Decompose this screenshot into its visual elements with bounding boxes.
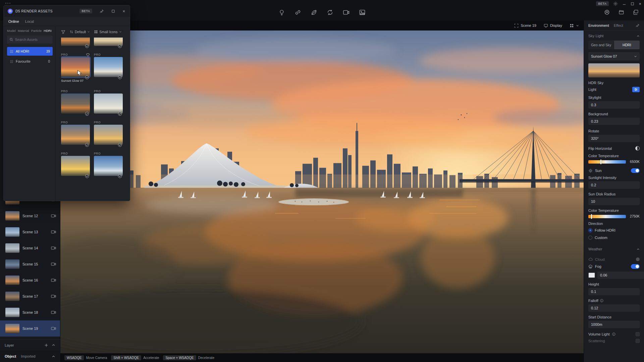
check-circle-icon[interactable] <box>85 174 89 178</box>
panel-pin-icon[interactable] <box>636 23 640 27</box>
flip-horizontal-icon[interactable] <box>635 146 640 150</box>
hdri-thumbnail[interactable] <box>61 57 90 77</box>
hdri-thumbnail[interactable] <box>94 156 123 176</box>
clapperboard-icon[interactable] <box>619 9 624 15</box>
current-scene-indicator[interactable]: Scene 19 <box>514 23 536 28</box>
check-circle-icon[interactable] <box>85 44 89 48</box>
collection-item[interactable]: All HDRI 39 <box>7 47 53 56</box>
hdri-thumbnail[interactable] <box>61 94 90 114</box>
tab-object[interactable]: Object <box>5 354 16 358</box>
hdri-asset-card[interactable]: PRO <box>61 151 90 176</box>
check-circle-icon[interactable] <box>85 112 89 116</box>
hdri-thumbnail[interactable] <box>94 57 123 77</box>
scene-camera-icon[interactable] <box>51 214 56 218</box>
pin-icon[interactable] <box>100 9 104 13</box>
scene-camera-icon[interactable] <box>51 278 56 282</box>
sun-color-temperature-slider[interactable] <box>588 215 626 218</box>
scene-item[interactable]: Scene 13 <box>0 224 60 240</box>
scene-item[interactable]: Scene 19 <box>0 320 60 337</box>
cloud-toggle[interactable] <box>636 257 640 261</box>
hdri-asset-card[interactable]: PRO <box>61 88 90 114</box>
hdri-asset-card[interactable]: PRO <box>61 120 90 145</box>
mode-geo-and-sky[interactable]: Geo and Sky <box>588 41 614 49</box>
slider-handle[interactable] <box>600 160 601 164</box>
skylight-input[interactable] <box>588 101 640 109</box>
tab-online[interactable]: Online <box>8 19 19 23</box>
hdri-thumbnail[interactable] <box>61 156 90 176</box>
scene-camera-icon[interactable] <box>51 294 56 298</box>
hdri-thumbnail[interactable] <box>61 125 90 145</box>
light-settings-button[interactable] <box>632 87 640 92</box>
app-menu-icon[interactable] <box>5 3 10 4</box>
fog-toggle[interactable] <box>631 264 640 269</box>
scene-item[interactable]: Scene 18 <box>0 304 60 320</box>
tab-effect[interactable]: Effect <box>614 23 623 27</box>
maximize-icon[interactable] <box>631 2 634 6</box>
radio-custom[interactable] <box>588 236 592 240</box>
direction-follow-hdri-option[interactable]: Follow HDRI <box>588 228 640 232</box>
category-tab[interactable]: HDRI <box>44 29 51 33</box>
check-circle-icon[interactable] <box>118 174 122 178</box>
scene-item[interactable]: Scene 16 <box>0 272 60 288</box>
hdri-asset-card[interactable]: PRO <box>61 38 90 46</box>
check-circle-icon[interactable] <box>85 75 89 79</box>
hdri-preview-image[interactable] <box>588 63 640 77</box>
settings-gear-icon[interactable] <box>613 1 618 6</box>
sunlight-intensity-input[interactable] <box>588 181 640 189</box>
hdri-preset-dropdown[interactable]: Sunset Glow 07 <box>588 52 640 61</box>
asset-grid-scroll[interactable]: PRO <box>61 38 127 201</box>
sun-toggle[interactable] <box>631 168 640 173</box>
mode-hdri[interactable]: HDRI <box>614 41 640 49</box>
scene-camera-icon[interactable] <box>51 262 56 266</box>
view-size-dropdown[interactable]: Small Icons <box>94 30 121 34</box>
aperture-icon[interactable] <box>604 9 610 15</box>
favourite-heart-icon[interactable] <box>86 53 90 57</box>
check-circle-icon[interactable] <box>118 75 122 79</box>
close-icon[interactable]: × <box>639 2 641 6</box>
check-circle-icon[interactable] <box>85 143 89 147</box>
hdri-asset-card[interactable]: PRO <box>94 151 123 176</box>
scattering-swatch[interactable] <box>636 339 640 343</box>
asset-search[interactable] <box>7 36 53 44</box>
image-stack-icon[interactable] <box>633 9 639 15</box>
color-temperature-slider[interactable] <box>588 160 626 164</box>
vegetation-tool-icon[interactable] <box>310 9 318 16</box>
falloff-input[interactable] <box>588 304 640 312</box>
section-weather[interactable]: Weather <box>588 247 640 251</box>
render-video-tool-icon[interactable] <box>342 9 350 16</box>
category-tab[interactable]: Material <box>18 29 29 33</box>
viewport-render[interactable] <box>60 31 584 353</box>
scene-camera-icon[interactable] <box>51 230 56 234</box>
assets-window-titlebar[interactable]: D D5 RENDER ASSETS BETA × <box>4 5 130 17</box>
fog-color-swatch[interactable] <box>588 273 595 278</box>
background-input[interactable] <box>588 118 640 125</box>
collection-item[interactable]: Favourite 0 <box>7 57 53 66</box>
check-circle-icon[interactable] <box>118 143 122 147</box>
fog-intensity-input[interactable] <box>597 272 644 279</box>
start-distance-input[interactable] <box>588 321 640 328</box>
scene-item[interactable]: Scene 15 <box>0 256 60 272</box>
tab-environment[interactable]: Environment <box>588 23 609 27</box>
category-tab[interactable]: Model <box>7 29 16 33</box>
category-tab[interactable]: Particle <box>31 29 42 33</box>
hdri-asset-card[interactable]: PRO <box>94 38 123 46</box>
maximize-window-icon[interactable] <box>111 9 115 13</box>
view-mode-control[interactable] <box>570 23 579 28</box>
rotate-input[interactable] <box>588 135 640 142</box>
check-circle-icon[interactable] <box>118 112 122 116</box>
layer-collapse-icon[interactable] <box>52 343 55 347</box>
hdri-asset-card[interactable]: PRO <box>94 88 123 114</box>
add-layer-icon[interactable] <box>44 343 48 347</box>
scene-camera-icon[interactable] <box>51 310 56 314</box>
render-image-tool-icon[interactable] <box>359 9 366 16</box>
hdri-asset-card[interactable]: PRO <box>94 52 123 82</box>
scene-item[interactable]: Scene 17 <box>0 288 60 304</box>
height-input[interactable] <box>588 288 640 295</box>
slider-handle[interactable] <box>591 214 592 219</box>
sync-tool-icon[interactable] <box>326 9 334 16</box>
minimize-icon[interactable] <box>622 2 626 6</box>
display-control[interactable]: Display <box>544 23 562 28</box>
scene-camera-icon[interactable] <box>51 326 56 330</box>
sun-disk-radius-input[interactable] <box>588 198 640 205</box>
search-input[interactable] <box>15 38 50 42</box>
